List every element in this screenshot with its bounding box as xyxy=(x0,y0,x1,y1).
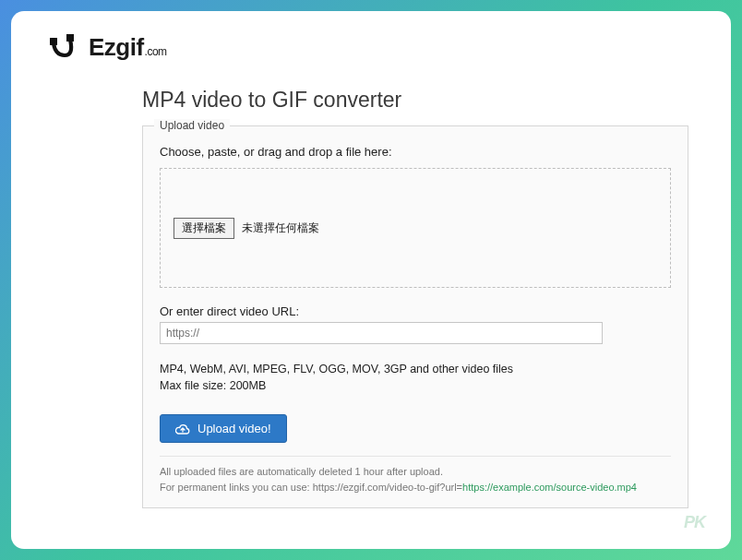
video-url-input[interactable] xyxy=(160,322,603,344)
upload-button-label: Upload video! xyxy=(197,422,271,435)
choose-file-button[interactable]: 選擇檔案 xyxy=(174,218,234,239)
panel-legend: Upload video xyxy=(154,119,230,132)
permalink-example-link[interactable]: https://example.com/source-video.mp4 xyxy=(462,482,637,493)
logo-text: Ezgif.com xyxy=(89,33,167,62)
watermark: PK xyxy=(684,513,705,532)
file-picker: 選擇檔案 未選擇任何檔案 xyxy=(174,218,319,239)
upload-button[interactable]: Upload video! xyxy=(160,414,287,443)
formats-line: MP4, WebM, AVI, MPEG, FLV, OGG, MOV, 3GP… xyxy=(160,361,671,377)
app-window: Ezgif.com MP4 video to GIF converter Upl… xyxy=(11,11,731,549)
supported-formats: MP4, WebM, AVI, MPEG, FLV, OGG, MOV, 3GP… xyxy=(160,361,671,394)
page-title: MP4 video to GIF converter xyxy=(142,88,688,113)
upload-icon xyxy=(175,423,190,435)
footer-permalink-note: For permanent links you can use: https:/… xyxy=(160,480,671,495)
upload-panel: Upload video Choose, paste, or drag and … xyxy=(142,125,688,508)
main-content: MP4 video to GIF converter Upload video … xyxy=(50,88,692,508)
url-label: Or enter direct video URL: xyxy=(160,304,671,318)
footer-delete-note: All uploaded files are automatically del… xyxy=(160,464,671,480)
permalink-prefix: For permanent links you can use: xyxy=(160,482,313,493)
file-status-text: 未選擇任何檔案 xyxy=(242,220,319,236)
footer-notes: All uploaded files are automatically del… xyxy=(160,456,671,494)
permalink-base: https://ezgif.com/video-to-gif?url= xyxy=(313,482,462,493)
drop-instruction: Choose, paste, or drag and drop a file h… xyxy=(160,145,671,159)
maxsize-line: Max file size: 200MB xyxy=(160,377,671,394)
logo: Ezgif.com xyxy=(50,33,692,62)
file-dropzone[interactable]: 選擇檔案 未選擇任何檔案 xyxy=(160,168,671,288)
logo-icon xyxy=(50,34,81,62)
